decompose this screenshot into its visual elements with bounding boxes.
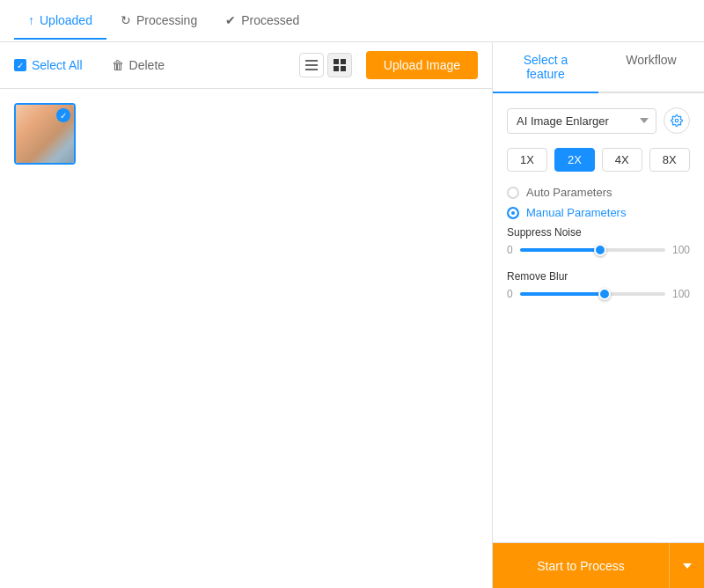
svg-rect-4 xyxy=(341,59,346,64)
suppress-noise-slider-group: Suppress Noise 0 100 xyxy=(507,226,690,256)
remove-blur-thumb[interactable] xyxy=(598,288,611,300)
remove-blur-slider-row: 0 100 xyxy=(507,288,690,300)
toolbar: Select All 🗑 Delete xyxy=(0,42,492,89)
remove-blur-slider-group: Remove Blur 0 100 xyxy=(507,270,690,300)
process-dropdown-button[interactable] xyxy=(669,543,704,588)
tab-processed-label: Processed xyxy=(241,13,299,27)
image-grid xyxy=(0,89,492,588)
svg-rect-3 xyxy=(334,59,339,64)
main-area: Select All 🗑 Delete xyxy=(0,42,704,588)
suppress-noise-min: 0 xyxy=(507,244,513,256)
list-icon xyxy=(305,59,318,71)
suppress-noise-max: 100 xyxy=(672,244,690,256)
tab-processed[interactable]: ✔ Processed xyxy=(211,3,313,40)
start-process-button[interactable]: Start to Process xyxy=(493,543,669,588)
feature-select-dropdown[interactable]: AI Image Enlarger xyxy=(507,108,656,134)
list-view-button[interactable] xyxy=(299,53,324,77)
params-section: Auto Parameters Manual Parameters xyxy=(507,186,690,219)
tab-processing-label: Processing xyxy=(136,13,197,27)
upload-image-button[interactable]: Upload Image xyxy=(366,51,478,79)
left-panel: Select All 🗑 Delete xyxy=(0,42,493,588)
processed-icon: ✔ xyxy=(225,13,236,27)
delete-button[interactable]: 🗑 Delete xyxy=(112,58,165,72)
select-all-label: Select All xyxy=(32,58,83,72)
tab-processing[interactable]: ↻ Processing xyxy=(106,3,211,40)
scale-4x-button[interactable]: 4X xyxy=(602,148,642,172)
remove-blur-fill xyxy=(520,292,605,296)
scale-8x-button[interactable]: 8X xyxy=(649,148,690,172)
bottom-bar: Start to Process xyxy=(493,542,704,588)
auto-params-label: Auto Parameters xyxy=(526,186,612,199)
select-feature-label: Select a feature xyxy=(524,53,568,81)
top-tabs: ↑ Uploaded ↻ Processing ✔ Processed xyxy=(0,0,704,42)
svg-rect-6 xyxy=(341,66,346,71)
select-all-button[interactable]: Select All xyxy=(14,58,83,72)
tab-workflow[interactable]: Workflow xyxy=(598,42,704,93)
grid-view-button[interactable] xyxy=(327,53,352,77)
manual-params-radio-button[interactable] xyxy=(507,207,519,219)
workflow-label: Workflow xyxy=(626,53,676,67)
right-panel: Select a feature Workflow AI Image Enlar… xyxy=(493,42,704,588)
remove-blur-max: 100 xyxy=(672,288,690,300)
svg-rect-1 xyxy=(305,64,318,66)
select-all-checkbox[interactable] xyxy=(14,59,26,71)
app-container: ↑ Uploaded ↻ Processing ✔ Processed Sele… xyxy=(0,0,704,588)
suppress-noise-fill xyxy=(520,248,600,252)
upload-icon: ↑ xyxy=(28,13,34,27)
right-tabs: Select a feature Workflow xyxy=(493,42,704,93)
suppress-noise-track[interactable] xyxy=(520,248,665,252)
trash-icon: 🗑 xyxy=(112,58,124,72)
manual-params-label: Manual Parameters xyxy=(526,206,626,219)
tab-select-feature[interactable]: Select a feature xyxy=(493,42,598,93)
right-content: AI Image Enlarger 1X 2X 4X 8X xyxy=(493,93,704,542)
auto-params-radio[interactable]: Auto Parameters xyxy=(507,186,690,199)
view-toggle xyxy=(299,53,352,77)
image-item[interactable] xyxy=(14,103,76,165)
feature-selector-row: AI Image Enlarger xyxy=(507,107,690,134)
gear-button[interactable] xyxy=(664,107,690,134)
chevron-down-icon xyxy=(683,563,692,569)
scale-1x-button[interactable]: 1X xyxy=(507,148,547,172)
suppress-noise-slider-row: 0 100 xyxy=(507,244,690,256)
manual-params-radio[interactable]: Manual Parameters xyxy=(507,206,690,219)
svg-rect-0 xyxy=(305,60,318,62)
gear-icon xyxy=(671,114,683,127)
scale-buttons: 1X 2X 4X 8X xyxy=(507,148,690,172)
remove-blur-track[interactable] xyxy=(520,292,665,296)
svg-rect-2 xyxy=(305,69,318,70)
scale-2x-button[interactable]: 2X xyxy=(554,148,595,172)
processing-icon: ↻ xyxy=(121,13,131,27)
suppress-noise-thumb[interactable] xyxy=(594,244,606,256)
suppress-noise-label: Suppress Noise xyxy=(507,226,690,239)
svg-rect-5 xyxy=(334,66,339,71)
tab-uploaded[interactable]: ↑ Uploaded xyxy=(14,3,106,40)
remove-blur-min: 0 xyxy=(507,288,513,300)
svg-point-7 xyxy=(675,119,678,122)
auto-params-radio-button[interactable] xyxy=(507,187,519,199)
delete-label: Delete xyxy=(129,58,165,72)
tab-uploaded-label: Uploaded xyxy=(40,13,92,27)
image-check-badge xyxy=(56,108,70,122)
grid-icon xyxy=(334,59,346,71)
remove-blur-label: Remove Blur xyxy=(507,270,690,283)
